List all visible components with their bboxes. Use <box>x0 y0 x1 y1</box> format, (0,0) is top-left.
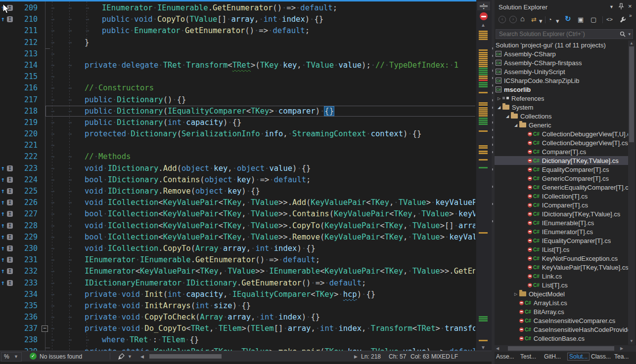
tree-item[interactable]: C#IEqualityComparer[T].cs <box>495 236 628 245</box>
collapse-icon[interactable]: ◢ <box>504 114 511 119</box>
line-number[interactable]: 218 <box>14 106 38 117</box>
line-number[interactable]: 223 <box>14 163 38 174</box>
home-icon[interactable]: ⌂ <box>520 14 525 23</box>
line-number[interactable]: 211 <box>14 25 38 37</box>
code-line-238[interactable]: 238→→→where·TRet·:·TElem·{} <box>0 334 475 346</box>
code-line-224[interactable]: ↑I224→→bool·IDictionary.Contains(object·… <box>0 174 475 186</box>
tree-item[interactable]: C#BitArray.cs <box>495 307 628 316</box>
code-line-229[interactable]: ↑I229→→bool·ICollection<KeyValuePair<TKe… <box>0 232 475 243</box>
editor-vertical-scrollbar[interactable]: ▲▼ ▲ ▼ <box>476 0 492 351</box>
pending-changes-filter-icon[interactable]: ◔ <box>548 16 552 23</box>
line-number[interactable]: 239 <box>14 346 38 351</box>
code-line-232[interactable]: ↑I232→→IEnumerator<KeyValuePair<TKey,·TV… <box>0 266 475 277</box>
tree-vertical-scrollbar[interactable]: ▲ ▼ <box>628 40 635 345</box>
code-line-223[interactable]: ↑I223→→void·IDictionary.Add(object·key,·… <box>0 163 475 174</box>
tree-item[interactable]: C#GenericEqualityComparer[T].cs <box>495 183 628 192</box>
panel-tab-tea[interactable]: Tea... <box>614 353 629 360</box>
tree-item[interactable]: C#ICSharpCode.SharpZipLib <box>495 76 628 85</box>
tree-item[interactable]: C#IList[T].cs <box>495 245 628 254</box>
show-all-files-icon[interactable]: ▢ <box>591 16 596 23</box>
scroll-down-icon[interactable]: ▼ <box>481 345 486 350</box>
line-number[interactable]: 225 <box>14 186 38 197</box>
tree-item[interactable]: C#Comparer[T].cs <box>495 147 628 156</box>
collapse-all-icon[interactable]: ▣ <box>578 16 584 23</box>
code-line-225[interactable]: ↑I225→→void·IDictionary.Remove(object·ke… <box>0 186 475 197</box>
line-number[interactable]: 216 <box>14 82 38 94</box>
code-line-217[interactable]: 217→→public·Dictionary()·{} <box>0 94 475 106</box>
tree-item[interactable]: C#IDictionary[TKey,TValue].cs <box>495 209 628 218</box>
code-line-218[interactable]: 218→→public·Dictionary(IEqualityComparer… <box>0 106 475 117</box>
code-editor[interactable]: ↑I209→→→IEnumerator·IEnumerable.GetEnume… <box>0 0 492 364</box>
search-box[interactable]: ▾ <box>496 29 633 39</box>
line-number[interactable]: 217 <box>14 94 38 106</box>
code-line-236[interactable]: 236→→private·void·CopyToCheck(Array·arra… <box>0 312 475 323</box>
tree-item[interactable]: C#Assembly-CSharp <box>495 49 628 58</box>
tree-item[interactable]: C#IEnumerator[T].cs <box>495 227 628 236</box>
tree-item[interactable]: C#IComparer[T].cs <box>495 201 628 209</box>
tree-item[interactable]: C#EqualityComparer[T].cs <box>495 165 628 174</box>
line-number[interactable]: 209 <box>14 2 38 14</box>
code-region[interactable]: ↑I209→→→IEnumerator·IEnumerable.GetEnume… <box>0 1 475 351</box>
expand-icon[interactable]: ▷ <box>496 96 502 101</box>
line-number[interactable]: 230 <box>14 243 38 254</box>
tree-item[interactable]: ▷ObjectModel <box>495 289 628 298</box>
scroll-up-icon[interactable]: ▲ <box>630 41 634 45</box>
tree-item[interactable]: Solution 'project-gui' (11 of 11 project… <box>495 40 628 49</box>
expand-icon[interactable]: ▷ <box>512 292 519 296</box>
collapse-icon[interactable]: ◢ <box>496 105 502 110</box>
search-icon[interactable] <box>620 31 626 37</box>
toolbar-overflow-icon[interactable]: » <box>629 13 632 18</box>
code-line-234[interactable]: 234→→private·void·Init(int·capacity,·IEq… <box>0 289 475 300</box>
code-line-209[interactable]: ↑I209→→→IEnumerator·IEnumerable.GetEnume… <box>0 2 475 14</box>
tree-item[interactable]: C#GenericComparer[T].cs <box>495 174 628 183</box>
view-code-icon[interactable]: <> <box>606 16 613 22</box>
tree-item[interactable]: C#ICollection[T].cs <box>495 192 628 201</box>
line-number[interactable]: 234 <box>14 289 38 300</box>
forward-icon[interactable]: › <box>509 16 517 23</box>
line-number[interactable]: 210 <box>14 14 38 25</box>
line-number[interactable]: 231 <box>14 254 38 266</box>
fold-collapse-icon[interactable]: − <box>42 325 48 332</box>
collapse-icon[interactable]: ◢ <box>512 123 519 127</box>
panel-tab-gith[interactable]: GitH... <box>544 353 561 360</box>
scroll-left-icon[interactable]: ◀ <box>496 346 499 351</box>
refresh-icon[interactable]: ↻ <box>565 14 571 23</box>
code-line-220[interactable]: 220→→protected·Dictionary(SerializationI… <box>0 128 475 140</box>
tree-item[interactable]: ◢Collections <box>495 112 628 121</box>
back-icon[interactable]: ‹ <box>499 16 506 23</box>
close-icon[interactable]: × <box>628 2 632 10</box>
scroll-right-icon[interactable]: ▶ <box>620 346 623 351</box>
tree-item[interactable]: C#CaseInsensitiveComparer.cs <box>495 316 628 325</box>
tree-item[interactable]: C#KeyValuePair[TKey,TValue].cs <box>495 263 628 272</box>
code-line-235[interactable]: 235→→private·void·InitArrays(int·size)·{… <box>0 300 475 312</box>
chevron-down-icon[interactable]: ▾ <box>556 17 559 25</box>
issues-check-icon[interactable]: ✓ <box>30 353 37 360</box>
tree-item[interactable]: ◢Generic <box>495 121 628 129</box>
tree-item[interactable]: ▷References <box>495 94 628 103</box>
line-number[interactable]: 228 <box>14 220 38 232</box>
document-health-icon[interactable] <box>480 12 488 20</box>
code-cleanup-broom-icon[interactable] <box>118 353 125 360</box>
chevron-down-icon[interactable]: ▼ <box>128 354 132 359</box>
code-line-227[interactable]: ↑I227→→bool·ICollection<KeyValuePair<TKe… <box>0 208 475 220</box>
tree-item[interactable]: C#mscorlib <box>495 85 628 94</box>
scroll-right-icon[interactable]: ▶ <box>354 354 358 359</box>
tree-item[interactable]: ◢System <box>495 103 628 112</box>
code-line-214[interactable]: 214→→private·delegate·TRet·Transform<TRe… <box>0 60 475 71</box>
window-menu-icon[interactable]: ▼ <box>609 4 614 9</box>
code-line-228[interactable]: ↑I228→→void·ICollection<KeyValuePair<TKe… <box>0 220 475 232</box>
tree-item[interactable]: C#Dictionary[TKey,TValue].cs <box>495 156 628 165</box>
code-line-239[interactable]: 239→→private·static·KeyValuePair<TKey,·T… <box>0 346 475 351</box>
tree-item[interactable]: C#List[T].cs <box>495 281 628 289</box>
tree-item[interactable]: C#KeyNotFoundException.cs <box>495 254 628 263</box>
solution-tree[interactable]: Solution 'project-gui' (11 of 11 project… <box>495 40 628 345</box>
line-number[interactable]: 214 <box>14 60 38 71</box>
line-number[interactable]: 227 <box>14 208 38 220</box>
line-number[interactable]: 232 <box>14 266 38 277</box>
search-input[interactable] <box>498 30 620 38</box>
tree-item[interactable]: C#IEnumerable[T].cs <box>495 218 628 227</box>
code-line-213[interactable]: 213→ <box>0 48 475 60</box>
tree-item[interactable]: C#Assembly-CSharp-firstpass <box>495 58 628 67</box>
chevron-down-icon[interactable]: ▾ <box>628 32 631 37</box>
code-line-233[interactable]: ↑I233→→IDictionaryEnumerator·IDictionary… <box>0 278 475 289</box>
